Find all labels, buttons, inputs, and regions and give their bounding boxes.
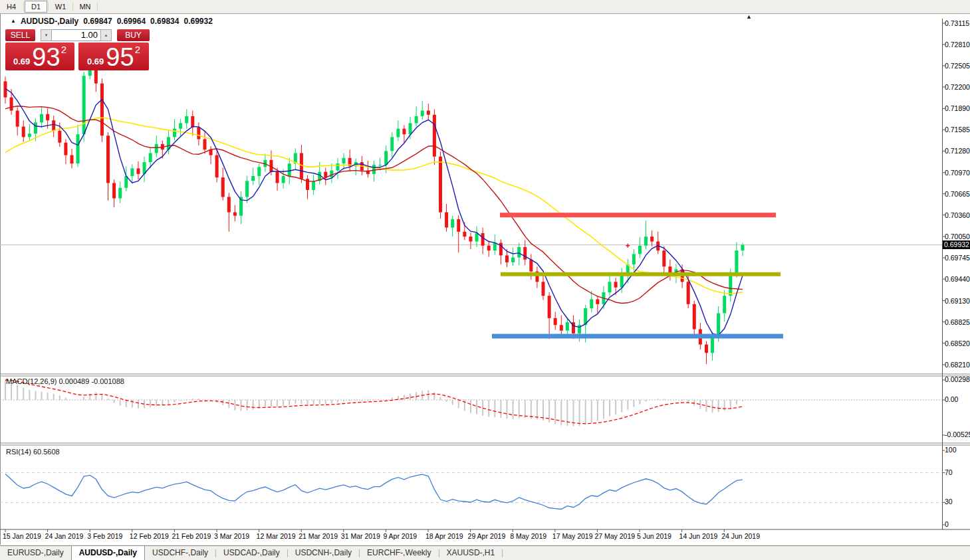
price-axis-label: 0.70050 [945,233,970,240]
price-axis-label: 0.70665 [945,190,970,198]
date-axis-label: 12 Mar 2019 [257,532,296,540]
sell-price-prefix: 0.69 [13,56,30,66]
rsi-axis-label: 70 [945,468,970,476]
date-axis-label: 14 Jun 2019 [679,532,718,540]
date-axis-label: 29 Apr 2019 [468,532,506,540]
price-axis-label: 0.69130 [945,297,970,305]
symbol-label: AUDUSD-,Daily [21,17,78,26]
date-axis-label: 3 Mar 2019 [214,532,249,540]
date-axis-label: 5 Jun 2019 [637,532,671,540]
sell-price-button[interactable]: 0.69 93 2 [5,43,74,70]
macd-axis-label: 0.002984 [945,375,970,383]
chart-tab-eurusd[interactable]: EURUSD-,Daily [0,546,71,560]
macd-indicator-label: MACD(12,26,9) 0.000489 -0.001088 [6,377,124,385]
buy-button[interactable]: BUY [117,29,150,41]
date-axis-label: 3 Feb 2019 [87,532,122,540]
date-axis-label: 24 Jan 2019 [45,532,84,540]
date-axis-label: 27 May 2019 [594,532,635,540]
price-axis-label: 0.69745 [945,254,970,262]
mt4-window: H4 D1 W1 MN ▲ ▲ AUDUSD-,Daily 0.69847 0.… [0,0,970,560]
chart-tab-eurchf[interactable]: EURCHF-,Weekly [360,546,438,560]
macd-axis-label: -0.00525 [945,430,970,438]
price-axis-label: 0.70360 [945,211,970,219]
price-axis-label: 0.72810 [945,41,970,48]
date-axis-label: 31 Mar 2019 [341,532,380,540]
chart-tabs-bar: EURUSD-,DailyAUDUSD-,DailyUSDCHF-,DailyU… [0,545,970,560]
date-axis-label: 8 May 2019 [510,532,546,540]
volume-up-button[interactable]: ▲ [100,29,112,41]
date-axis-label: 18 Apr 2019 [425,532,463,540]
date-axis-label: 12 Feb 2019 [130,532,169,540]
chart-tab-xauusd[interactable]: XAUUSD-,H1 [439,546,503,560]
chart-canvas[interactable] [0,0,970,545]
price-axis-label: 0.68520 [945,339,970,347]
chart-symbol-header: ▲ AUDUSD-,Daily 0.69847 0.69964 0.69834 … [11,17,213,26]
chart-tab-usdcnh[interactable]: USDCNH-,Daily [288,546,359,560]
price-axis-label: 0.69440 [945,275,970,283]
current-price-tag: 0.69932 [943,240,970,249]
collapse-icon[interactable]: ▲ [11,18,16,25]
ohlc-low: 0.69834 [150,17,179,26]
rsi-axis-label: 100 [945,446,970,454]
date-axis-label: 9 Apr 2019 [383,532,417,540]
rsi-indicator-label: RSI(14) 60.5608 [6,448,60,456]
one-click-trading-widget: SELL ▼ 1.00 ▲ BUY 0.69 93 2 0.69 95 2 [5,29,150,70]
price-axis-label: 0.72200 [945,83,970,91]
date-axis-label: 15 Jan 2019 [3,532,41,540]
chart-tab-usdcad[interactable]: USDCAD-,Daily [216,546,287,560]
ohlc-open: 0.69847 [83,17,112,26]
date-axis-label: 21 Mar 2019 [299,532,338,540]
price-axis-label: 0.68210 [945,361,970,369]
sell-price-pip: 2 [61,44,66,55]
buy-price-prefix: 0.69 [87,56,104,66]
sell-button[interactable]: SELL [5,29,35,41]
volume-input[interactable]: 1.00 [52,29,100,41]
volume-down-button[interactable]: ▼ [41,29,52,41]
ohlc-close: 0.69932 [183,17,212,26]
date-axis-label: 24 Jun 2019 [721,532,760,540]
chart-expand-icon[interactable]: ▲ [746,13,752,20]
price-axis-label: 0.71280 [945,147,970,155]
date-axis-label: 21 Feb 2019 [172,532,211,540]
ohlc-high: 0.69964 [117,17,146,26]
sell-price-big: 93 [32,44,60,70]
price-axis-label: 0.72505 [945,62,970,70]
buy-price-pip: 2 [135,44,140,55]
price-axis-label: 0.68825 [945,318,970,326]
rsi-axis-label: 30 [945,498,970,506]
tab-separator [502,549,503,557]
date-axis-label: 17 May 2019 [552,532,593,540]
price-axis-label: 0.73115 [945,19,970,27]
chart-tab-usdchf[interactable]: USDCHF-,Daily [145,546,215,560]
rsi-axis-label: 0 [945,520,970,528]
volume-stepper: ▼ 1.00 ▲ [41,29,112,41]
price-axis-label: 0.70970 [945,169,970,177]
chart-tab-audusd[interactable]: AUDUSD-,Daily [71,546,145,560]
buy-price-big: 95 [106,44,134,70]
macd-axis-label: 0.00 [945,395,970,403]
buy-price-button[interactable]: 0.69 95 2 [78,43,149,70]
price-axis-label: 0.71890 [945,104,970,112]
price-axis-label: 0.71585 [945,126,970,134]
